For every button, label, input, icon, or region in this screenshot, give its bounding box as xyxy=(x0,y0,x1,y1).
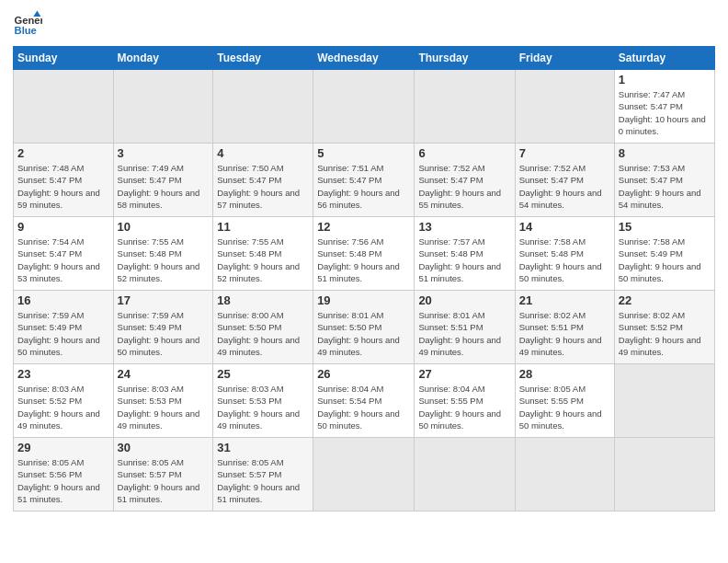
day-number: 31 xyxy=(217,441,309,454)
calendar-cell: 29Sunrise: 8:05 AMSunset: 5:56 PMDayligh… xyxy=(14,438,114,511)
day-number: 29 xyxy=(17,441,109,454)
col-header-saturday: Saturday xyxy=(614,47,714,70)
week-row-5: 23Sunrise: 8:03 AMSunset: 5:52 PMDayligh… xyxy=(14,364,715,438)
calendar-cell: 4Sunrise: 7:50 AMSunset: 5:47 PMDaylight… xyxy=(213,144,313,217)
day-number: 30 xyxy=(118,441,210,454)
day-info: Sunrise: 8:00 AMSunset: 5:50 PMDaylight:… xyxy=(217,309,309,358)
week-row-2: 2Sunrise: 7:48 AMSunset: 5:47 PMDaylight… xyxy=(14,144,715,217)
day-info: Sunrise: 7:58 AMSunset: 5:48 PMDaylight:… xyxy=(519,236,610,284)
day-info: Sunrise: 7:47 AMSunset: 5:47 PMDaylight:… xyxy=(619,88,711,137)
calendar-cell: 26Sunrise: 8:04 AMSunset: 5:54 PMDayligh… xyxy=(313,364,415,438)
day-info: Sunrise: 7:48 AMSunset: 5:47 PMDaylight:… xyxy=(17,162,109,211)
day-number: 14 xyxy=(519,220,610,234)
day-number: 6 xyxy=(418,146,510,160)
calendar-cell: 8Sunrise: 7:53 AMSunset: 5:47 PMDaylight… xyxy=(614,144,714,217)
day-number: 16 xyxy=(17,293,109,307)
day-number: 3 xyxy=(118,146,210,160)
header-row: SundayMondayTuesdayWednesdayThursdayFrid… xyxy=(14,47,715,70)
logo-icon: General Blue xyxy=(13,9,42,39)
svg-text:Blue: Blue xyxy=(15,25,37,36)
col-header-sunday: Sunday xyxy=(14,47,114,70)
col-header-thursday: Thursday xyxy=(415,47,515,70)
day-info: Sunrise: 8:01 AMSunset: 5:50 PMDaylight:… xyxy=(317,309,410,358)
day-number: 26 xyxy=(317,367,410,381)
day-info: Sunrise: 8:05 AMSunset: 5:56 PMDaylight:… xyxy=(17,456,109,505)
calendar-cell: 2Sunrise: 7:48 AMSunset: 5:47 PMDaylight… xyxy=(14,144,114,217)
calendar-cell xyxy=(614,438,714,511)
week-row-6: 29Sunrise: 8:05 AMSunset: 5:56 PMDayligh… xyxy=(14,438,715,511)
day-info: Sunrise: 8:05 AMSunset: 5:57 PMDaylight:… xyxy=(118,456,210,505)
calendar-cell xyxy=(213,70,313,144)
logo: General Blue xyxy=(13,9,46,39)
day-info: Sunrise: 8:03 AMSunset: 5:52 PMDaylight:… xyxy=(17,383,109,431)
day-info: Sunrise: 8:01 AMSunset: 5:51 PMDaylight:… xyxy=(418,309,510,358)
day-number: 11 xyxy=(217,220,309,234)
day-number: 24 xyxy=(118,367,210,381)
day-info: Sunrise: 7:55 AMSunset: 5:48 PMDaylight:… xyxy=(217,236,309,284)
day-info: Sunrise: 7:56 AMSunset: 5:48 PMDaylight:… xyxy=(317,236,410,284)
calendar-cell: 5Sunrise: 7:51 AMSunset: 5:47 PMDaylight… xyxy=(313,144,415,217)
week-row-1: 1Sunrise: 7:47 AMSunset: 5:47 PMDaylight… xyxy=(14,70,715,144)
col-header-friday: Friday xyxy=(515,47,614,70)
calendar-cell: 17Sunrise: 7:59 AMSunset: 5:49 PMDayligh… xyxy=(113,291,213,364)
day-number: 20 xyxy=(418,293,510,307)
calendar-cell: 19Sunrise: 8:01 AMSunset: 5:50 PMDayligh… xyxy=(313,291,415,364)
col-header-monday: Monday xyxy=(113,47,213,70)
calendar-cell xyxy=(14,70,114,144)
calendar-cell: 16Sunrise: 7:59 AMSunset: 5:49 PMDayligh… xyxy=(14,291,114,364)
day-info: Sunrise: 7:59 AMSunset: 5:49 PMDaylight:… xyxy=(118,309,210,358)
day-number: 28 xyxy=(519,367,610,381)
calendar-cell: 22Sunrise: 8:02 AMSunset: 5:52 PMDayligh… xyxy=(614,291,714,364)
calendar-cell: 7Sunrise: 7:52 AMSunset: 5:47 PMDaylight… xyxy=(515,144,614,217)
calendar-cell: 13Sunrise: 7:57 AMSunset: 5:48 PMDayligh… xyxy=(415,217,515,291)
day-number: 17 xyxy=(118,293,210,307)
day-info: Sunrise: 8:05 AMSunset: 5:57 PMDaylight:… xyxy=(217,456,309,505)
day-number: 25 xyxy=(217,367,309,381)
day-info: Sunrise: 8:03 AMSunset: 5:53 PMDaylight:… xyxy=(118,383,210,431)
day-info: Sunrise: 8:04 AMSunset: 5:55 PMDaylight:… xyxy=(418,383,510,431)
day-info: Sunrise: 7:49 AMSunset: 5:47 PMDaylight:… xyxy=(118,162,210,211)
day-number: 5 xyxy=(317,146,410,160)
day-number: 4 xyxy=(217,146,309,160)
calendar-cell xyxy=(113,70,213,144)
day-info: Sunrise: 8:05 AMSunset: 5:55 PMDaylight:… xyxy=(519,383,610,431)
calendar-cell: 14Sunrise: 7:58 AMSunset: 5:48 PMDayligh… xyxy=(515,217,614,291)
day-number: 18 xyxy=(217,293,309,307)
col-header-tuesday: Tuesday xyxy=(213,47,313,70)
calendar-cell: 1Sunrise: 7:47 AMSunset: 5:47 PMDaylight… xyxy=(614,70,714,144)
calendar-table: SundayMondayTuesdayWednesdayThursdayFrid… xyxy=(13,46,715,511)
header: General Blue xyxy=(13,9,715,39)
day-info: Sunrise: 7:50 AMSunset: 5:47 PMDaylight:… xyxy=(217,162,309,211)
day-number: 2 xyxy=(17,146,109,160)
day-info: Sunrise: 8:02 AMSunset: 5:52 PMDaylight:… xyxy=(619,309,711,358)
week-row-4: 16Sunrise: 7:59 AMSunset: 5:49 PMDayligh… xyxy=(14,291,715,364)
day-info: Sunrise: 8:04 AMSunset: 5:54 PMDaylight:… xyxy=(317,383,410,431)
day-number: 19 xyxy=(317,293,410,307)
calendar-cell: 28Sunrise: 8:05 AMSunset: 5:55 PMDayligh… xyxy=(515,364,614,438)
calendar-cell: 12Sunrise: 7:56 AMSunset: 5:48 PMDayligh… xyxy=(313,217,415,291)
calendar-cell: 9Sunrise: 7:54 AMSunset: 5:47 PMDaylight… xyxy=(14,217,114,291)
calendar-cell: 24Sunrise: 8:03 AMSunset: 5:53 PMDayligh… xyxy=(113,364,213,438)
day-number: 13 xyxy=(418,220,510,234)
day-number: 12 xyxy=(317,220,410,234)
calendar-cell: 25Sunrise: 8:03 AMSunset: 5:53 PMDayligh… xyxy=(213,364,313,438)
calendar-cell: 21Sunrise: 8:02 AMSunset: 5:51 PMDayligh… xyxy=(515,291,614,364)
day-number: 21 xyxy=(519,293,610,307)
calendar-cell: 30Sunrise: 8:05 AMSunset: 5:57 PMDayligh… xyxy=(113,438,213,511)
day-number: 27 xyxy=(418,367,510,381)
calendar-cell: 11Sunrise: 7:55 AMSunset: 5:48 PMDayligh… xyxy=(213,217,313,291)
day-info: Sunrise: 7:53 AMSunset: 5:47 PMDaylight:… xyxy=(619,162,711,211)
calendar-cell xyxy=(313,70,415,144)
day-number: 1 xyxy=(619,73,711,86)
day-info: Sunrise: 7:59 AMSunset: 5:49 PMDaylight:… xyxy=(17,309,109,358)
calendar-cell: 27Sunrise: 8:04 AMSunset: 5:55 PMDayligh… xyxy=(415,364,515,438)
day-number: 10 xyxy=(118,220,210,234)
day-number: 23 xyxy=(17,367,109,381)
day-number: 15 xyxy=(619,220,711,234)
day-number: 22 xyxy=(619,293,711,307)
calendar-cell xyxy=(313,438,415,511)
calendar-cell: 18Sunrise: 8:00 AMSunset: 5:50 PMDayligh… xyxy=(213,291,313,364)
week-row-3: 9Sunrise: 7:54 AMSunset: 5:47 PMDaylight… xyxy=(14,217,715,291)
day-info: Sunrise: 7:55 AMSunset: 5:48 PMDaylight:… xyxy=(118,236,210,284)
day-info: Sunrise: 8:03 AMSunset: 5:53 PMDaylight:… xyxy=(217,383,309,431)
